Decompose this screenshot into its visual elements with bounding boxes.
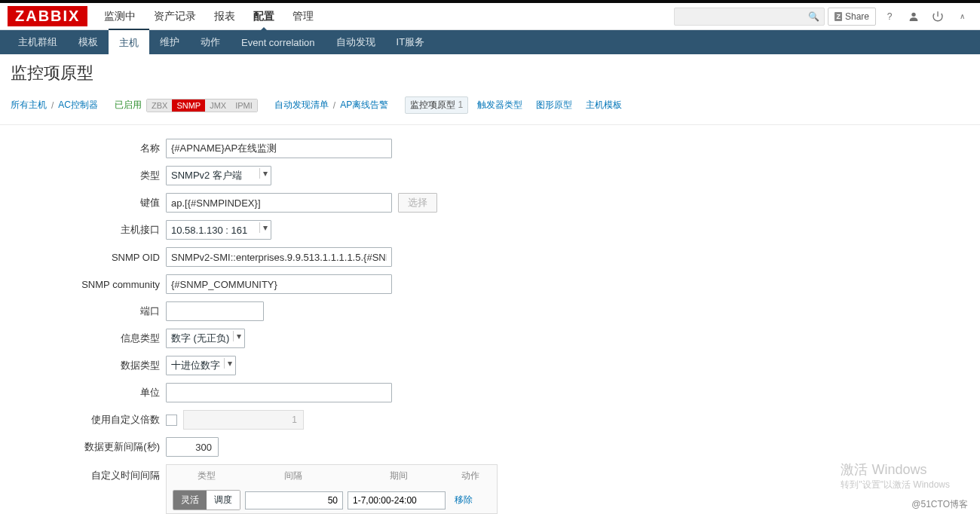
sub-nav: 主机群组 模板 主机 维护 动作 Event correlation 自动发现 … (0, 30, 980, 54)
bc-all-hosts[interactable]: 所有主机 (11, 99, 47, 112)
input-key[interactable] (166, 193, 392, 213)
custom-interval-box: 类型 间隔 期间 动作 灵活 调度 移除 (166, 464, 498, 514)
nav-reports[interactable]: 报表 (205, 2, 244, 31)
bc-host[interactable]: AC控制器 (58, 99, 98, 112)
bc-discovery[interactable]: 自动发现清单 (274, 99, 329, 112)
subnav-discovery[interactable]: 自动发现 (326, 29, 386, 55)
header-bar: ZABBIX 监测中 资产记录 报表 配置 管理 🔍 Z Share ? ∧ (0, 3, 980, 30)
label-oid: SNMP OID (15, 252, 166, 263)
tag-zbx: ZBX (147, 99, 172, 112)
button-select-key[interactable]: 选择 (398, 193, 437, 213)
ih-interval: 间隔 (240, 470, 346, 482)
tab-trigger-prototypes[interactable]: 触发器类型 (473, 97, 527, 113)
select-data-type[interactable]: 十进位数字 (166, 356, 236, 375)
share-icon: Z (835, 12, 842, 21)
seg-flexible[interactable]: 灵活 (173, 491, 207, 509)
breadcrumb: 所有主机 / AC控制器 已启用 ZBX SNMP JMX IPMI 自动发现清… (0, 92, 980, 125)
form-area: 名称 类型 SNMPv2 客户端 键值 选择 主机接口 10.58.1.130 … (0, 125, 980, 514)
tag-snmp: SNMP (172, 99, 205, 112)
seg-scheduled[interactable]: 调度 (207, 491, 240, 509)
ih-period: 期间 (346, 470, 452, 482)
checkbox-multiplier[interactable] (166, 415, 177, 426)
main-nav: 监测中 资产记录 报表 配置 管理 (95, 2, 323, 31)
nav-configuration[interactable]: 配置 (244, 2, 283, 31)
subnav-actions[interactable]: 动作 (190, 29, 231, 55)
user-icon[interactable] (903, 6, 924, 27)
label-type: 类型 (15, 169, 166, 182)
tab-graph-prototypes[interactable]: 图形原型 (531, 97, 577, 113)
logo: ZABBIX (8, 6, 87, 26)
link-remove-interval[interactable]: 移除 (450, 494, 477, 506)
watermark-sub: 转到"设置"以激活 Windows (841, 479, 950, 491)
input-port[interactable] (166, 301, 264, 321)
input-update-interval[interactable] (166, 437, 219, 457)
label-name: 名称 (15, 142, 166, 155)
input-oid[interactable] (166, 247, 392, 267)
input-interval-value[interactable] (245, 491, 343, 509)
tag-jmx: JMX (205, 99, 231, 112)
page-title-bar: 监控项原型 (0, 54, 980, 92)
availability-tags: ZBX SNMP JMX IPMI (146, 99, 258, 112)
label-port: 端口 (15, 304, 166, 318)
scroll-up-icon[interactable]: ∧ (951, 6, 972, 27)
select-interface[interactable]: 10.58.1.130 : 161 (166, 220, 271, 240)
search-box[interactable]: 🔍 (674, 8, 825, 26)
corner-watermark: @51CTO博客 (907, 497, 972, 512)
subnav-hosts[interactable]: 主机 (109, 29, 149, 57)
subnav-templates[interactable]: 模板 (68, 29, 109, 55)
ih-type: 类型 (173, 470, 240, 482)
tag-ipmi: IPMI (231, 99, 257, 112)
input-name[interactable] (166, 139, 392, 158)
bc-sep2: / (333, 100, 335, 111)
page-title: 监控项原型 (11, 62, 969, 84)
ih-action: 动作 (452, 470, 489, 482)
label-custom-interval: 自定义时间间隔 (15, 464, 166, 482)
input-multiplier: 1 (183, 410, 304, 430)
subnav-event-correlation[interactable]: Event correlation (231, 31, 326, 54)
subnav-hostgroups[interactable]: 主机群组 (8, 29, 68, 55)
label-update-interval: 数据更新间隔(秒) (15, 440, 166, 454)
windows-watermark: 激活 Windows 转到"设置"以激活 Windows (841, 460, 950, 491)
nav-administration[interactable]: 管理 (283, 2, 323, 31)
share-button[interactable]: Z Share (828, 8, 876, 26)
tab-item-proto-count: 1 (458, 99, 464, 110)
nav-monitoring[interactable]: 监测中 (95, 2, 145, 31)
input-community[interactable] (166, 274, 392, 294)
label-key: 键值 (15, 196, 166, 210)
label-community: SNMP community (15, 279, 166, 290)
label-unit: 单位 (15, 386, 166, 399)
svg-point-0 (911, 12, 915, 16)
tab-item-proto-label: 监控项原型 (410, 99, 455, 110)
subnav-maintenance[interactable]: 维护 (149, 29, 190, 55)
bc-status: 已启用 (115, 99, 142, 112)
select-info-type[interactable]: 数字 (无正负) (166, 329, 245, 348)
tab-item-prototypes[interactable]: 监控项原型 1 (405, 96, 468, 114)
search-icon[interactable]: 🔍 (808, 11, 819, 22)
tab-host-prototypes[interactable]: 主机模板 (581, 97, 626, 113)
select-type[interactable]: SNMPv2 客户端 (166, 166, 271, 185)
subnav-it-services[interactable]: IT服务 (386, 29, 436, 55)
watermark-title: 激活 Windows (841, 460, 950, 479)
share-label: Share (845, 11, 869, 22)
help-icon[interactable]: ? (879, 6, 900, 27)
label-info-type: 信息类型 (15, 332, 166, 345)
bc-sep: / (51, 100, 54, 111)
input-unit[interactable] (166, 383, 392, 402)
interval-type-segment: 灵活 调度 (173, 490, 240, 510)
power-icon[interactable] (927, 6, 948, 27)
bc-rule[interactable]: AP离线告警 (340, 99, 388, 112)
search-input[interactable] (679, 11, 808, 22)
label-data-type: 数据类型 (15, 359, 166, 372)
input-interval-period[interactable] (348, 491, 446, 509)
label-interface: 主机接口 (15, 223, 166, 237)
label-multiplier: 使用自定义倍数 (15, 413, 166, 427)
nav-inventory[interactable]: 资产记录 (145, 2, 205, 31)
